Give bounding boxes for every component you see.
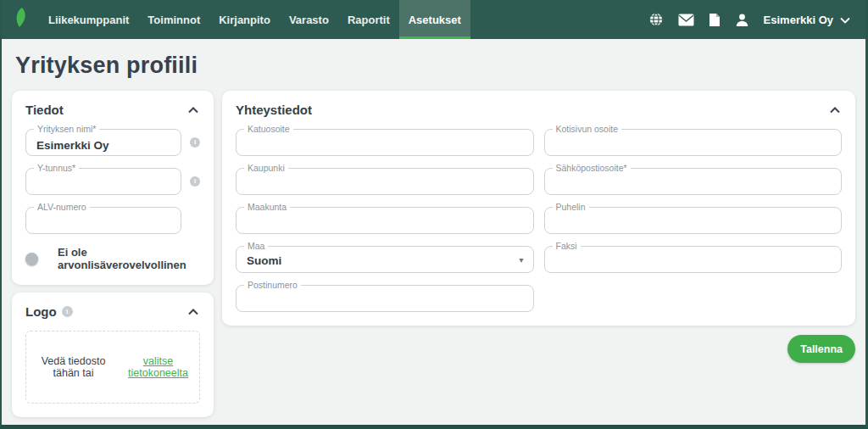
postal-code-label: Postinumero: [244, 280, 301, 291]
logo-dropzone[interactable]: Vedä tiedosto tähän tai valitse tietokon…: [25, 331, 200, 404]
phone-label: Puhelin: [553, 202, 589, 213]
nav-item-raportit[interactable]: Raportit: [338, 0, 399, 39]
homepage-label: Kotisivun osoite: [553, 124, 622, 135]
business-id-field[interactable]: Y-tunnus*: [25, 168, 181, 195]
info-icon[interactable]: i: [62, 306, 73, 317]
email-label: Sähköpostiosoite*: [553, 163, 631, 174]
logo-card-header: Logo i: [25, 304, 200, 319]
country-label: Maa: [244, 241, 268, 252]
company-name-row: Yrityksen nimi* i: [25, 129, 200, 156]
homepage-field[interactable]: Kotisivun osoite: [544, 129, 843, 156]
city-field[interactable]: Kaupunki: [236, 168, 534, 195]
contact-card-title: Yhteystiedot: [236, 103, 312, 117]
document-icon[interactable]: [709, 13, 721, 27]
company-name-label: Yrityksen nimi*: [34, 124, 99, 135]
left-column: Tiedot Yrityksen nimi* i: [12, 91, 214, 417]
city-label: Kaupunki: [244, 163, 288, 174]
chevron-down-icon: ▾: [519, 255, 523, 265]
top-navbar: Liikekumppanit Toiminnot Kirjanpito Vara…: [2, 0, 865, 39]
email-field[interactable]: Sähköpostiosoite*: [544, 168, 843, 195]
choose-file-link[interactable]: valitse tietokoneelta: [120, 355, 196, 379]
page-header: Yrityksen profiili: [2, 39, 865, 89]
account-menu[interactable]: Esimerkki Oy: [764, 12, 850, 27]
nav-item-liikekumppanit[interactable]: Liikekumppanit: [39, 0, 138, 39]
nav-item-varasto[interactable]: Varasto: [280, 0, 338, 39]
chevron-up-icon: [830, 107, 840, 114]
info-icon[interactable]: i: [190, 137, 200, 148]
nav-item-asetukset[interactable]: Asetukset: [399, 0, 470, 39]
leaf-icon: [11, 7, 30, 32]
account-name: Esimerkki Oy: [764, 14, 833, 26]
business-id-label: Y-tunnus*: [34, 163, 79, 174]
vat-toggle-label: Ei ole arvonlisäverovelvollinen: [58, 246, 200, 271]
region-field[interactable]: Maakunta: [236, 207, 534, 234]
phone-input[interactable]: [545, 208, 842, 233]
vat-toggle-switch[interactable]: [25, 254, 48, 265]
chevron-up-icon: [188, 107, 198, 114]
mail-icon[interactable]: [678, 14, 694, 26]
street-address-label: Katuosoite: [244, 124, 293, 135]
phone-field[interactable]: Puhelin: [544, 207, 843, 234]
nav-item-toiminnot[interactable]: Toiminnot: [138, 0, 209, 39]
info-icon[interactable]: i: [190, 176, 200, 187]
vat-number-field[interactable]: ALV-numero: [25, 207, 181, 234]
page-title: Yrityksen profiili: [15, 53, 852, 79]
globe-icon[interactable]: [648, 12, 664, 27]
page-content: Tiedot Yrityksen nimi* i: [2, 89, 865, 425]
region-label: Maakunta: [244, 202, 290, 213]
country-value: Suomi: [236, 247, 533, 267]
dropzone-text: Vedä tiedosto tähän tai: [30, 355, 117, 379]
contact-card-header: Yhteystiedot: [236, 103, 842, 117]
tiedot-card-header: Tiedot: [25, 103, 200, 117]
fax-label: Faksi: [553, 241, 581, 252]
fax-field[interactable]: Faksi: [544, 246, 843, 273]
vat-number-row: ALV-numero: [25, 207, 200, 234]
logo-card-title: Logo i: [25, 304, 73, 319]
logo-card: Logo i Vedä tiedosto tähän tai valitse t…: [12, 292, 214, 417]
nav-item-kirjanpito[interactable]: Kirjanpito: [209, 0, 280, 39]
user-icon[interactable]: [735, 13, 749, 27]
brand-logo[interactable]: [2, 0, 39, 39]
main-menu: Liikekumppanit Toiminnot Kirjanpito Vara…: [39, 0, 470, 39]
chevron-up-icon: [188, 309, 198, 315]
collapse-contact-button[interactable]: [828, 105, 842, 115]
chevron-down-icon: [840, 12, 850, 27]
collapse-tiedot-button[interactable]: [186, 105, 200, 115]
vat-number-label: ALV-numero: [34, 202, 90, 213]
collapse-logo-button[interactable]: [186, 307, 200, 317]
app-window: Liikekumppanit Toiminnot Kirjanpito Vara…: [0, 0, 868, 429]
country-select[interactable]: Maa Suomi ▾: [236, 246, 534, 273]
contact-fields-grid: Katuosoite Kotisivun osoite Kaupunki Säh…: [236, 129, 842, 312]
tiedot-card-title: Tiedot: [25, 103, 64, 117]
contact-card: Yhteystiedot Katuosoite Kotisivun osoite: [222, 91, 855, 326]
right-column: Yhteystiedot Katuosoite Kotisivun osoite: [222, 91, 855, 363]
tiedot-card: Tiedot Yrityksen nimi* i: [12, 91, 214, 285]
fax-input[interactable]: [545, 247, 842, 272]
save-row: Tallenna: [222, 335, 855, 363]
save-button[interactable]: Tallenna: [787, 335, 855, 363]
postal-code-field[interactable]: Postinumero: [236, 285, 534, 312]
business-id-row: Y-tunnus* i: [25, 168, 200, 195]
vat-toggle-row: Ei ole arvonlisäverovelvollinen: [25, 246, 200, 271]
company-name-field[interactable]: Yrityksen nimi*: [25, 129, 181, 156]
navbar-actions: Esimerkki Oy: [648, 0, 850, 39]
street-address-field[interactable]: Katuosoite: [236, 129, 534, 156]
